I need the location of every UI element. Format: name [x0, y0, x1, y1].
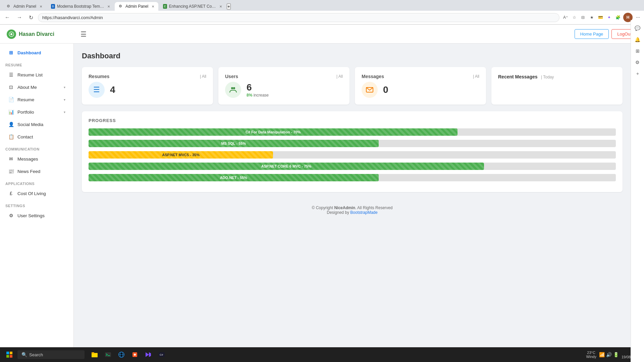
tab-favicon-1: ⚙ — [7, 4, 11, 9]
bookmark-icon[interactable]: ☆ — [571, 14, 578, 21]
stat-card-subtitle-users: | All — [336, 74, 343, 79]
messages-value: 0 — [383, 84, 388, 95]
tab-close-3[interactable]: ✕ — [152, 5, 154, 8]
progress-bar-fill-adonet: ADO.NET - 55% — [89, 174, 379, 181]
start-button[interactable] — [4, 349, 15, 360]
taskbar-app-browser[interactable] — [115, 349, 127, 361]
home-page-button[interactable]: Home Page — [575, 29, 609, 39]
resume-chevron: ▾ — [64, 98, 65, 102]
svg-marker-15 — [149, 352, 151, 357]
tab-close-2[interactable]: ✕ — [107, 5, 110, 8]
taskbar-app-console[interactable]: C# — [156, 349, 168, 361]
sidebar-item-resume[interactable]: 📄 Resume ▾ — [3, 94, 71, 106]
browser-tab-3[interactable]: ⚙ Admin Panel ✕ — [115, 2, 158, 11]
hamburger-menu[interactable]: ☰ — [80, 30, 87, 38]
back-button[interactable]: ← — [3, 13, 12, 22]
sidebar-section-settings: SETTINGS — [0, 200, 73, 209]
taskbar-app-paint[interactable] — [129, 349, 141, 361]
right-icon-notification[interactable]: 🔔 — [632, 44, 643, 45]
browser-toolbar: ← → ↻ A⁺ ☆ ⊟ ★ 💳 ✦ 🧩 H ⋯ — [0, 11, 644, 24]
sidebar-item-messages[interactable]: ✉ Messages — [3, 153, 71, 165]
wallet-icon[interactable]: 💳 — [597, 14, 604, 21]
footer-designed-by: Designed by BootstrapMade — [89, 210, 616, 215]
taskbar-app-vs[interactable] — [142, 349, 154, 361]
sidebar-item-contact[interactable]: 📋 Contact — [3, 131, 71, 143]
sidebar-item-resume-list[interactable]: ☰ Resume List — [3, 69, 71, 81]
extensions-icon[interactable]: 🧩 — [614, 14, 621, 21]
resumes-value: 4 — [110, 84, 115, 95]
network-icon[interactable]: 📶 — [599, 352, 605, 357]
resume-icon: 📄 — [8, 97, 14, 103]
right-icon-apps[interactable]: ⊞ — [632, 46, 643, 56]
stat-card-resumes: Resumes | All ☰ 4 — [82, 67, 213, 105]
translate-icon[interactable]: A⁺ — [562, 14, 569, 21]
taskbar-search[interactable]: 🔍 Search — [17, 350, 85, 359]
sidebar: ⊞ Dashboard RESUME ☰ Resume List ⊡ About… — [0, 44, 74, 347]
recent-messages-subtitle: | Today — [541, 75, 554, 79]
sidebar-item-about-me[interactable]: ⊡ About Me ▾ — [3, 81, 71, 93]
browser-tab-2[interactable]: B Moderna Bootstrap Template -... ✕ — [47, 2, 114, 11]
url-bar[interactable] — [38, 13, 559, 22]
main-content: Dashboard Resumes | All ☰ 4 — [74, 44, 631, 347]
footer-bootstrapmade-link[interactable]: BootstrapMade — [350, 210, 377, 215]
taskbar-app-terminal[interactable] — [102, 349, 114, 361]
sidebar-item-news-feed[interactable]: 📰 News Feed — [3, 165, 71, 177]
sidebar-label-user-settings: User Settings — [17, 213, 65, 218]
stats-row: Resumes | All ☰ 4 Users | All — [82, 67, 623, 105]
browser-tab-4[interactable]: E Enhancing ASP.NET Core Skills ✕ — [159, 2, 226, 11]
progress-bar-fill-aspnet-mvc: ASP.NET MVC5 - 35% — [89, 151, 273, 159]
progress-bar-bg-aspnet-core: ASP.NET CORE 6 MVC - 75% — [89, 163, 616, 170]
new-tab-button[interactable]: + — [227, 3, 231, 10]
stat-card-header-users: Users | All — [225, 74, 343, 79]
right-icon-settings[interactable]: ⚙ — [632, 57, 643, 68]
taskbar-search-icon: 🔍 — [21, 352, 27, 357]
battery-icon[interactable]: 🔋 — [613, 352, 619, 357]
tab-favicon-4: E — [163, 4, 167, 9]
footer-copyright-text: © Copyright — [312, 205, 334, 210]
favorites-icon[interactable]: ★ — [588, 14, 595, 21]
copilot-icon[interactable]: ✦ — [606, 14, 612, 21]
taskbar: 🔍 Search C# 23°C Windy 📶 🔊 🔋 — [0, 347, 644, 362]
tab-label-1: Admin Panel — [13, 4, 36, 9]
tab-favicon-3: ⚙ — [119, 4, 123, 9]
footer-copyright: © Copyright NiceAdmin. All Rights Reserv… — [89, 205, 616, 210]
sidebar-section-applications: APPLICATIONS — [0, 178, 73, 187]
recent-messages-header: Recent Messages | Today — [498, 74, 616, 80]
sidebar-item-dashboard[interactable]: ⊞ Dashboard — [3, 47, 71, 59]
tab-close-1[interactable]: ✕ — [40, 5, 42, 8]
sidebar-label-about-me: About Me — [17, 85, 60, 90]
svg-point-2 — [231, 87, 233, 89]
split-view-icon[interactable]: ⊟ — [580, 14, 586, 21]
taskbar-app-explorer[interactable] — [89, 349, 101, 361]
recent-messages-title: Recent Messages — [498, 74, 538, 79]
sidebar-label-social-media: Social Media — [17, 122, 65, 127]
svg-text:C#: C# — [160, 353, 163, 356]
tab-close-4[interactable]: ✕ — [219, 5, 222, 8]
forward-button[interactable]: → — [15, 13, 24, 22]
top-navbar: Hasan Divarci ☰ Home Page LogOut — [0, 25, 644, 44]
sidebar-section-communication: COMMUNICATION — [0, 143, 73, 153]
browser-tab-1[interactable]: ⚙ Admin Panel ✕ — [3, 2, 46, 11]
progress-bar-fill-aspnet-core: ASP.NET CORE 6 MVC - 75% — [89, 163, 484, 170]
right-sidebar: 💬 🔔 ⊞ ⚙ ＋ — [631, 44, 644, 347]
svg-point-1 — [10, 33, 12, 35]
sidebar-item-user-settings[interactable]: ⚙ User Settings — [3, 209, 71, 222]
reload-button[interactable]: ↻ — [27, 13, 35, 22]
sidebar-section-resume: RESUME — [0, 59, 73, 68]
svg-point-13 — [134, 354, 136, 356]
messages-stat-icon — [362, 82, 378, 98]
sidebar-item-portfolio[interactable]: 📊 Portfolio ▾ — [3, 106, 71, 118]
right-icon-add[interactable]: ＋ — [632, 68, 643, 79]
stat-card-users: Users | All 6 — [218, 67, 350, 105]
stat-card-recent-messages: Recent Messages | Today — [491, 67, 623, 105]
footer: © Copyright NiceAdmin. All Rights Reserv… — [82, 199, 623, 222]
volume-icon[interactable]: 🔊 — [606, 352, 612, 357]
sidebar-label-news-feed: News Feed — [17, 169, 65, 174]
settings-icon[interactable]: ⋯ — [635, 14, 641, 21]
progress-item-adonet: ADO.NET - 55% — [89, 174, 616, 181]
sidebar-item-cost-of-living[interactable]: £ Cost Of Living — [3, 187, 71, 199]
progress-section-title: PROGRESS — [89, 118, 616, 123]
sidebar-label-resume: Resume — [17, 97, 60, 102]
sidebar-item-social-media[interactable]: 👤 Social Media — [3, 118, 71, 130]
about-me-icon: ⊡ — [8, 84, 14, 90]
